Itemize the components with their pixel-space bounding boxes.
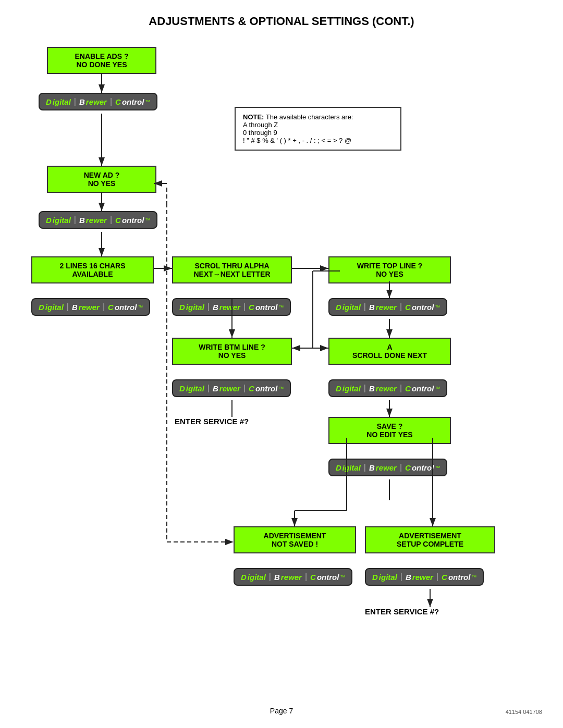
scrol-thru-box: SCROL THRU ALPHA NEXT→NEXT LETTER [172, 256, 292, 283]
ad-setup-complete-line1: ADVERTISEMENT [373, 532, 487, 540]
scrol-thru-line1: SCROL THRU ALPHA [180, 262, 284, 270]
page-number: Page 7 [0, 707, 563, 715]
new-ad-line2: NO YES [55, 179, 148, 188]
display-panel-10: Digital | Brewer | Control™ [365, 568, 484, 586]
two-lines-line1: 2 LINES 16 CHARS [40, 262, 145, 270]
ad-setup-complete-line2: SETUP COMPLETE [373, 540, 487, 548]
display-panel-8: Digital | Brewer | Control™ [328, 459, 447, 476]
ad-not-saved-line2: NOT SAVED ! [242, 540, 348, 548]
enable-ads-line1: ENABLE ADS ? [55, 52, 148, 60]
display-panel-9: Digital | Brewer | Control™ [234, 568, 352, 586]
write-top-box: WRITE TOP LINE ? NO YES [328, 256, 451, 283]
display-panel-7: Digital | Brewer | Control™ [328, 379, 447, 397]
display-panel-5: Digital | Brewer | Control™ [328, 298, 447, 316]
display-panel-4: Digital | Brewer | Control™ [172, 298, 291, 316]
ad-setup-complete-box: ADVERTISEMENT SETUP COMPLETE [365, 526, 495, 553]
write-top-line2: NO YES [337, 270, 443, 278]
enter-service-final: ENTER SERVICE #? [365, 607, 439, 616]
display-panel-3: Digital | Brewer | Control™ [31, 298, 150, 316]
new-ad-box: NEW AD ? NO YES [47, 166, 156, 193]
save-line1: SAVE ? [337, 422, 443, 430]
save-line2: NO EDIT YES [337, 430, 443, 439]
two-lines-line2: AVAILABLE [40, 270, 145, 278]
page-title: ADJUSTMENTS & OPTIONAL SETTINGS (CONT.) [0, 15, 563, 28]
two-lines-box: 2 LINES 16 CHARS AVAILABLE [31, 256, 154, 283]
a-scroll-line1: A [337, 343, 443, 351]
ad-not-saved-line1: ADVERTISEMENT [242, 532, 348, 540]
display-panel-1: Digital | Brewer | Control™ [39, 93, 157, 110]
enter-service-top: ENTER SERVICE #? [175, 417, 249, 426]
note-box: NOTE: The available characters are:A thr… [235, 107, 401, 151]
new-ad-line1: NEW AD ? [55, 171, 148, 179]
scrol-thru-line2: NEXT→NEXT LETTER [180, 270, 284, 278]
display-panel-6: Digital | Brewer | Control™ [172, 379, 291, 397]
display-panel-2: Digital | Brewer | Control™ [39, 211, 157, 229]
write-btm-box: WRITE BTM LINE ? NO YES [172, 338, 292, 365]
write-btm-line2: NO YES [180, 351, 284, 360]
ad-not-saved-box: ADVERTISEMENT NOT SAVED ! [234, 526, 356, 553]
note-label: NOTE: [243, 113, 264, 121]
write-top-line1: WRITE TOP LINE ? [337, 262, 443, 270]
write-btm-line1: WRITE BTM LINE ? [180, 343, 284, 351]
enable-ads-line2: NO DONE YES [55, 60, 148, 69]
a-scroll-line2: SCROLL DONE NEXT [337, 351, 443, 360]
save-box: SAVE ? NO EDIT YES [328, 417, 451, 444]
a-scroll-box: A SCROLL DONE NEXT [328, 338, 451, 365]
doc-number: 41154 041708 [506, 709, 542, 715]
enable-ads-box: ENABLE ADS ? NO DONE YES [47, 47, 156, 74]
